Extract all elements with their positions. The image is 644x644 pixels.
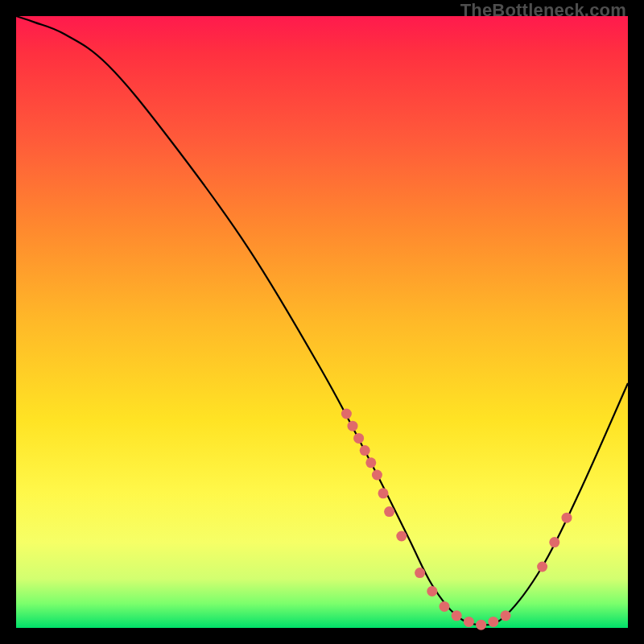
data-point (341, 409, 352, 419)
data-point (396, 531, 407, 542)
data-point (427, 586, 437, 597)
data-point (360, 445, 370, 456)
data-point (464, 617, 474, 627)
data-point (501, 610, 511, 621)
curve-svg (16, 16, 628, 628)
data-point (372, 470, 382, 481)
data-point (365, 457, 376, 468)
data-point (549, 537, 559, 547)
data-point (378, 488, 389, 498)
data-point (348, 421, 358, 431)
chart-frame: TheBottleneck.com (0, 0, 644, 644)
data-point (440, 601, 450, 612)
data-point (452, 610, 462, 621)
data-point (415, 568, 425, 578)
data-point (384, 506, 394, 517)
data-point (488, 617, 498, 627)
data-point (562, 513, 572, 523)
scatter-dots (341, 409, 572, 630)
data-point (537, 562, 547, 572)
data-point (476, 620, 486, 630)
bottleneck-curve (16, 16, 628, 625)
data-point (353, 433, 364, 444)
plot-area (16, 16, 628, 628)
